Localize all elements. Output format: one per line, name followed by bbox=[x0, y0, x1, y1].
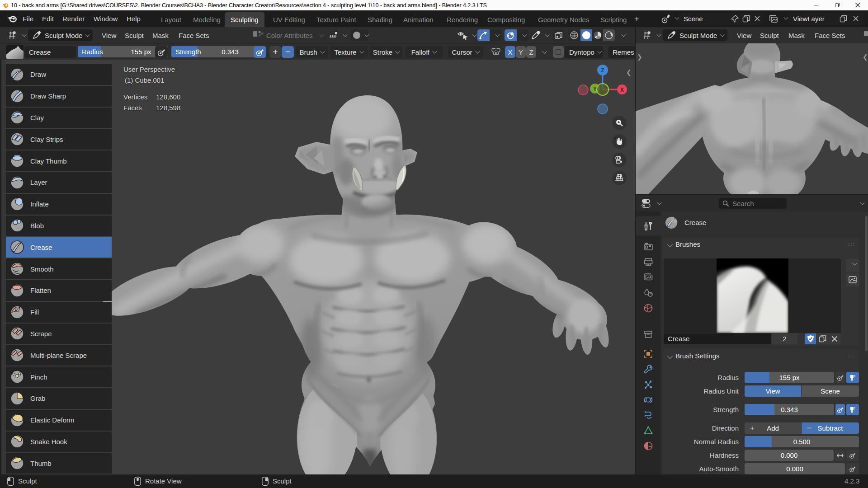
svg-text:X: X bbox=[620, 87, 624, 93]
svg-text:Z: Z bbox=[601, 67, 604, 74]
svg-text:Y: Y bbox=[593, 86, 597, 92]
